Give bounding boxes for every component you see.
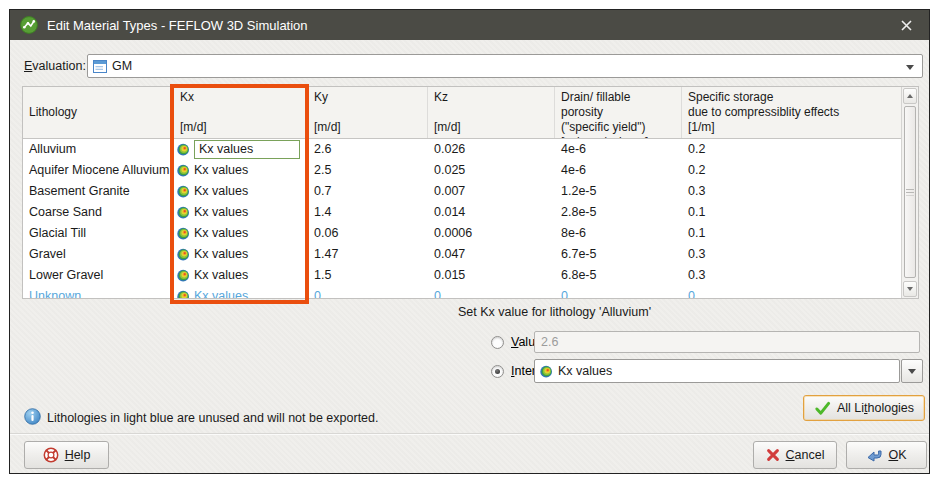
ky-cell[interactable]: 0.06 <box>308 223 428 244</box>
table-header-row: Lithology Kx [m/d] Ky [m/d] Kz [m/d] Dra… <box>23 87 901 139</box>
ky-cell[interactable]: 0 <box>308 286 428 298</box>
value-input[interactable] <box>534 331 920 353</box>
scrollbar-grip <box>906 189 914 196</box>
storage-cell[interactable]: 0.3 <box>682 265 901 286</box>
porosity-cell[interactable]: 6.7e-5 <box>555 244 682 265</box>
all-lithologies-button[interactable]: All Lithologies <box>803 395 925 421</box>
lithology-cell[interactable]: Gravel <box>23 244 174 265</box>
chevron-down-icon[interactable] <box>906 65 914 70</box>
kx-cell[interactable]: Kx values <box>174 265 308 286</box>
kz-cell[interactable]: 0.047 <box>428 244 555 265</box>
storage-cell[interactable]: 0.3 <box>682 244 901 265</box>
kx-value-editing[interactable]: Kx values <box>194 140 300 159</box>
scroll-down-icon <box>907 287 913 291</box>
interpolant-values-icon <box>177 206 190 219</box>
storage-cell[interactable]: 0.2 <box>682 139 901 160</box>
kx-cell[interactable]: Kx values <box>174 244 308 265</box>
ky-cell[interactable]: 1.4 <box>308 202 428 223</box>
ky-cell[interactable]: 1.5 <box>308 265 428 286</box>
kx-cell[interactable]: Kx values <box>174 202 308 223</box>
interpolant-values-icon <box>540 365 553 378</box>
table-row[interactable]: Glacial Till Kx values 0.06 0.0006 8e-6 … <box>23 223 901 244</box>
scrollbar-down-button[interactable] <box>903 281 917 297</box>
kx-value-label: Kx values <box>194 244 248 265</box>
evaluation-value: GM <box>112 59 132 73</box>
table-row[interactable]: Gravel Kx values 1.47 0.047 6.7e-5 0.3 <box>23 244 901 265</box>
table-row-unused[interactable]: Unknown Kx values 0 0 0 0 <box>23 286 901 298</box>
lithology-cell[interactable]: Coarse Sand <box>23 202 174 223</box>
kx-cell[interactable]: Kx values <box>174 223 308 244</box>
lithology-cell[interactable]: Alluvium <box>23 139 174 160</box>
kz-cell[interactable]: 0.015 <box>428 265 555 286</box>
kx-cell[interactable]: Kx values <box>174 286 308 298</box>
titlebar: Edit Material Types - FEFLOW 3D Simulati… <box>10 10 929 40</box>
header-porosity: Drain/ fillable porosity ("specific yiel… <box>555 87 682 138</box>
header-specific-storage: Specific storage due to compressiblity e… <box>682 87 901 138</box>
close-icon <box>900 19 913 32</box>
table-row[interactable]: Basement Granite Kx values 0.7 0.007 1.2… <box>23 181 901 202</box>
porosity-cell[interactable]: 6.8e-5 <box>555 265 682 286</box>
ky-cell[interactable]: 2.6 <box>308 139 428 160</box>
header-kz: Kz [m/d] <box>428 87 555 138</box>
kz-cell[interactable]: 0.007 <box>428 181 555 202</box>
storage-cell[interactable]: 0.2 <box>682 160 901 181</box>
table-row[interactable]: Lower Gravel Kx values 1.5 0.015 6.8e-5 … <box>23 265 901 286</box>
interpolant-values-icon <box>177 227 190 240</box>
lithology-cell[interactable]: Unknown <box>23 286 174 298</box>
kx-cell[interactable]: Kx values <box>174 181 308 202</box>
kx-cell[interactable]: Kx values <box>174 139 308 160</box>
kz-cell[interactable]: 0 <box>428 286 555 298</box>
kx-value-label: Kx values <box>194 160 248 181</box>
kz-cell[interactable]: 0.0006 <box>428 223 555 244</box>
kz-cell[interactable]: 0.026 <box>428 139 555 160</box>
help-button[interactable]: Help <box>24 441 109 469</box>
cancel-button[interactable]: Cancel <box>753 441 837 469</box>
porosity-cell[interactable]: 8e-6 <box>555 223 682 244</box>
storage-cell[interactable]: 0.1 <box>682 223 901 244</box>
porosity-cell[interactable]: 0 <box>555 286 682 298</box>
header-kx: Kx [m/d] <box>174 87 308 138</box>
help-label: Help <box>65 448 91 462</box>
set-kx-title: Set Kx value for lithology 'Alluvium' <box>458 305 651 319</box>
storage-cell[interactable]: 0.1 <box>682 202 901 223</box>
porosity-cell[interactable]: 2.8e-5 <box>555 202 682 223</box>
ky-cell[interactable]: 2.5 <box>308 160 428 181</box>
ok-button[interactable]: OK <box>846 441 927 469</box>
table-row[interactable]: Coarse Sand Kx values 1.4 0.014 2.8e-5 0… <box>23 202 901 223</box>
value-radio[interactable] <box>491 336 504 349</box>
storage-cell[interactable]: 0.3 <box>682 181 901 202</box>
material-types-table: Lithology Kx [m/d] Ky [m/d] Kz [m/d] Dra… <box>22 86 919 299</box>
interpolant-values-icon <box>177 185 190 198</box>
scrollbar-thumb[interactable] <box>904 106 916 278</box>
scrollbar-up-button[interactable] <box>903 88 917 104</box>
interpolant-values-icon <box>177 143 190 156</box>
kx-value-label: Kx values <box>194 265 248 286</box>
storage-cell[interactable]: 0 <box>682 286 901 298</box>
check-icon <box>814 401 831 416</box>
close-button[interactable] <box>897 17 915 33</box>
ky-cell[interactable]: 1.47 <box>308 244 428 265</box>
porosity-cell[interactable]: 4e-6 <box>555 139 682 160</box>
kz-cell[interactable]: 0.025 <box>428 160 555 181</box>
porosity-cell[interactable]: 4e-6 <box>555 160 682 181</box>
lithology-cell[interactable]: Aquifer Miocene Alluvium <box>23 160 174 181</box>
kx-value-label: Kx values <box>194 286 248 298</box>
lithology-cell[interactable]: Lower Gravel <box>23 265 174 286</box>
ky-cell[interactable]: 0.7 <box>308 181 428 202</box>
separator <box>10 433 929 435</box>
lithology-cell[interactable]: Glacial Till <box>23 223 174 244</box>
lithology-cell[interactable]: Basement Granite <box>23 181 174 202</box>
interpolant-dropdown-button[interactable] <box>901 359 923 383</box>
kx-cell[interactable]: Kx values <box>174 160 308 181</box>
porosity-cell[interactable]: 1.2e-5 <box>555 181 682 202</box>
evaluation-combobox[interactable]: GM <box>87 54 923 78</box>
table-row[interactable]: Aquifer Miocene Alluvium Kx values 2.5 0… <box>23 160 901 181</box>
interpolant-radio[interactable] <box>491 365 504 378</box>
interpolant-values-icon <box>177 269 190 282</box>
kz-cell[interactable]: 0.014 <box>428 202 555 223</box>
interpolant-combobox[interactable]: Kx values <box>534 359 900 383</box>
cancel-label: Cancel <box>786 448 825 462</box>
interpolant-values-icon <box>177 248 190 261</box>
table-row[interactable]: Alluvium Kx values 2.6 0.026 4e-6 0.2 <box>23 139 901 160</box>
table-vertical-scrollbar[interactable] <box>901 87 918 298</box>
